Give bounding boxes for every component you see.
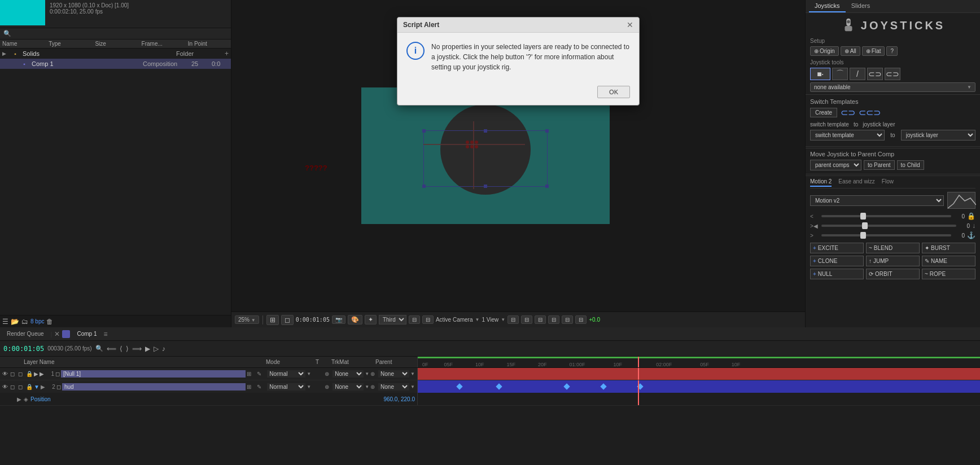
layer-1-edit-btn[interactable]: ✎ [257, 371, 266, 377]
tab-sliders[interactable]: Sliders [846, 0, 876, 12]
layer-1-audio-btn[interactable]: ◻ [10, 371, 17, 377]
link-icon-2[interactable]: ⊂⊂⊃ [859, 107, 881, 118]
layer-1-code-btn[interactable]: ⊞ [247, 371, 256, 377]
transport-btn-2[interactable]: ⟨ [120, 345, 123, 353]
slider-track-2[interactable] [821, 225, 956, 227]
layer-1-trkmat-select[interactable]: None [333, 370, 364, 378]
view-icon-2[interactable]: ⊟ [422, 315, 434, 324]
layer-2-lock-btn[interactable]: 🔒 [26, 384, 33, 390]
create-template-button[interactable]: Create [810, 108, 837, 117]
comp1-tab-close[interactable]: ✕ [54, 330, 60, 338]
transport-btn-4[interactable]: ⟹ [132, 345, 142, 353]
to-child-button[interactable]: to Child [897, 160, 924, 170]
current-time-display[interactable]: 0:00:01:05 [3, 345, 44, 353]
layer-2-name-input[interactable] [62, 383, 246, 391]
list-item[interactable]: ▶ ▪ Comp 1 Composition 25 0:0 [0, 59, 231, 69]
tab-motion2[interactable]: Motion 2 [810, 178, 832, 187]
name-button[interactable]: ✎ NAME [922, 256, 975, 266]
search-timeline-icon[interactable]: 🔍 [95, 345, 103, 352]
origin-button[interactable]: ⊕ Origin [810, 46, 839, 56]
question-button[interactable]: ? [886, 46, 898, 56]
sublayer-expand-btn[interactable]: ▶ [17, 396, 21, 402]
color-btn[interactable]: 🎨 [348, 315, 362, 324]
orbit-button[interactable]: ⟳ ORBIT [866, 269, 920, 279]
layer-1-visibility-btn[interactable]: 👁 [2, 371, 9, 377]
sublayer-keyframe-btn[interactable]: ◈ [24, 396, 28, 402]
to-parent-button[interactable]: to Parent [864, 160, 895, 170]
list-item[interactable]: ▶ ▪ Solids Folder + [0, 49, 231, 59]
bottom-icon-3[interactable]: 🗂 [21, 318, 28, 326]
layer-2-parent-icon[interactable]: ⊕ [370, 384, 377, 390]
layer-1-expand-btn[interactable]: ▶ [34, 371, 38, 377]
snapshot-btn[interactable]: 📷 [332, 315, 345, 324]
view-select[interactable]: Third [379, 315, 406, 324]
layer-2-code-btn[interactable]: ⊞ [247, 384, 256, 390]
layer-1-lock-btn[interactable]: 🔒 [26, 371, 33, 377]
layer-2-options-btn[interactable]: ◻ [56, 384, 61, 390]
layer-1-solo-btn[interactable]: ◻ [18, 371, 25, 377]
layer-2-parent-select[interactable]: None [378, 383, 409, 391]
audio-btn[interactable]: ♪ [162, 345, 165, 353]
bottom-icon-2[interactable]: 📂 [11, 318, 19, 326]
viewport-icon-2[interactable]: ◻ [281, 315, 294, 325]
layer-2-play-btn[interactable]: ▶ [41, 384, 45, 390]
switch-template-dest-select[interactable]: joystick layer [901, 130, 975, 141]
keyframe-2[interactable] [496, 383, 502, 389]
timecode-display[interactable]: 0:00:01:05 [296, 317, 330, 323]
joystick-tool-slash[interactable]: / [850, 68, 865, 80]
switch-template-from-select[interactable]: switch template [810, 130, 885, 141]
slider-thumb-2[interactable] [862, 222, 868, 229]
view-btn-4[interactable]: ⊟ [548, 315, 559, 324]
layer-2-edit-btn[interactable]: ✎ [257, 384, 266, 390]
view-btn-3[interactable]: ⊟ [535, 315, 546, 324]
tab-comp1[interactable]: Comp 1 [72, 330, 101, 338]
bottom-icon-1[interactable]: ☰ [2, 318, 8, 326]
slider-track-1[interactable] [821, 215, 951, 217]
layer-2-mode-select[interactable]: Normal [267, 383, 305, 391]
layer-2-solo-btn[interactable]: ◻ [18, 384, 25, 390]
layer-1-name-input[interactable] [61, 370, 246, 378]
tab-joysticks[interactable]: Joysticks [809, 0, 846, 12]
transparency-btn[interactable]: ✦ [365, 315, 377, 324]
keyframe-1[interactable] [456, 383, 462, 389]
slider-thumb-1[interactable] [860, 213, 866, 220]
view-btn-6[interactable]: ⊟ [575, 315, 587, 324]
motion-version-select[interactable]: Motion v2 [810, 195, 944, 206]
dialog-close-button[interactable]: ✕ [627, 21, 633, 29]
tab-flow[interactable]: Flow [882, 178, 894, 187]
transport-btn-1[interactable]: ⟸ [107, 345, 116, 353]
layer-2-visibility-btn[interactable]: 👁 [2, 384, 9, 390]
joystick-tool-black[interactable]: ■ • [810, 68, 830, 80]
joystick-tool-curve[interactable]: ⌒ [832, 68, 848, 80]
transport-btn-3[interactable]: ⟩ [126, 345, 129, 353]
flat-button[interactable]: ⊕ Flat [862, 46, 885, 56]
transport-btn-5[interactable]: ▶ [145, 345, 150, 353]
ram-preview-btn[interactable]: ▷ [154, 345, 159, 353]
slider-thumb-3[interactable] [860, 232, 866, 239]
trash-icon[interactable]: 🗑 [46, 318, 53, 326]
view-icon[interactable]: ⊟ [409, 315, 420, 324]
all-button[interactable]: ⊕ All [841, 46, 860, 56]
excite-button[interactable]: + EXCITE [810, 243, 864, 253]
anchor-icon[interactable]: ⚓ [967, 231, 975, 239]
playhead[interactable] [638, 357, 639, 367]
tab-menu-icon[interactable]: ≡ [103, 330, 107, 338]
layer-2-audio-btn[interactable]: ◻ [10, 384, 17, 390]
layer-1-options-btn[interactable]: ◻ [55, 371, 60, 377]
views-dropdown-icon[interactable]: ▼ [501, 317, 505, 322]
layer-2-trkmat-icon[interactable]: ⊕ [325, 384, 331, 390]
link-icon-1[interactable]: ⊂⊃ [841, 107, 855, 118]
clone-button[interactable]: + CLONE [810, 256, 864, 266]
blend-button[interactable]: ~ BLEND [866, 243, 920, 253]
layer-1-mode-select[interactable]: Normal [267, 370, 305, 378]
down-arrow-icon[interactable]: ↓ [972, 222, 975, 230]
layer-1-trkmat-icon[interactable]: ⊕ [325, 371, 331, 377]
jump-button[interactable]: ↑ JUMP [866, 256, 920, 266]
project-search-bar[interactable]: 🔍 [0, 28, 231, 40]
rope-button[interactable]: ~ ROPE [922, 269, 975, 279]
zoom-button[interactable]: 25% ▼ [235, 315, 259, 324]
lock-icon-1[interactable]: 🔒 [967, 212, 975, 220]
project-search-input[interactable] [14, 30, 228, 37]
layer-2-expand-btn[interactable]: ▼ [34, 384, 40, 390]
layer-1-parent-icon[interactable]: ⊕ [370, 371, 377, 377]
